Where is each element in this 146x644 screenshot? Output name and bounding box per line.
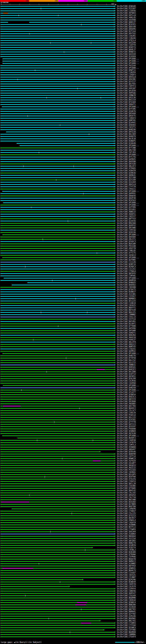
hit-label[interactable]: UniRef100_A2I3W1 (117, 293, 136, 295)
hit-bar[interactable] (2, 436, 115, 436)
hit-bar[interactable] (0, 52, 115, 52)
hit-label[interactable]: UniRef100_A9VIT8 (117, 248, 136, 250)
hit-label[interactable]: UniRef100_C0Z227 (117, 216, 136, 218)
hit-label[interactable]: UniRef100_C6H5Y8 (117, 583, 136, 585)
hit-label[interactable]: UniRef100_Q59S46 (117, 451, 136, 453)
hit-bar[interactable] (0, 273, 115, 274)
hit-label[interactable]: UniRef100_C11126 (117, 261, 136, 263)
hit-label[interactable]: UniRef100_C5E4N5 (117, 485, 136, 487)
hit-label[interactable]: UniRef100_C4JGY9 (117, 586, 136, 588)
hit-label[interactable]: UniRef100_A3F0Z4 (117, 460, 136, 462)
hit-label[interactable]: UniRef100_Q7QU75 (117, 288, 136, 290)
hit-label[interactable]: UniRef100_Q7S2I3 (117, 515, 136, 517)
hit-label[interactable]: UniRef100_UP1000... (117, 144, 139, 147)
hit-label[interactable]: UniRef100_Q24A56 (117, 220, 136, 222)
hit-bar[interactable] (0, 598, 115, 598)
hit-label[interactable]: UniRef100_UP1000... (117, 154, 139, 156)
hit-label[interactable]: UniRef100_Q56J99 (117, 378, 136, 380)
hit-bar[interactable] (0, 308, 115, 308)
hit-label[interactable]: UniRef100_C7Z0R3 (117, 622, 136, 624)
hit-label[interactable]: UniRef100_Q0CTK5 (117, 608, 136, 610)
hit-label[interactable]: UniRef100_Q6UP30 (117, 197, 136, 199)
hit-bar[interactable] (0, 301, 115, 301)
hit-label[interactable]: UniRef100_C8YZT1 (117, 126, 136, 128)
hit-bar[interactable] (0, 424, 115, 425)
hit-bar[interactable] (0, 136, 115, 137)
hit-bar[interactable] (0, 95, 115, 96)
hit-bar[interactable] (0, 100, 115, 100)
hit-label[interactable]: UniRef100_B0NTU5 (117, 346, 136, 348)
hit-label[interactable]: UniRef100_C5Q2U1 (117, 348, 136, 350)
hit-bar[interactable] (0, 141, 115, 142)
hit-label[interactable]: UniRef100_Q0CDB2 (117, 540, 136, 542)
hit-label[interactable]: UniRef100_UP1000... (117, 67, 139, 69)
hit-bar[interactable] (0, 29, 115, 30)
hit-bar[interactable] (2, 234, 115, 235)
hit-label[interactable]: UniRef100_C4YT14 (117, 455, 136, 457)
hit-bar[interactable] (0, 324, 115, 324)
hit-bar[interactable] (0, 170, 115, 171)
hit-bar[interactable] (0, 575, 115, 576)
hit-label[interactable]: UniRef100_B4K0T9 (117, 136, 136, 138)
hit-bar[interactable] (0, 225, 115, 226)
hit-label[interactable]: UniRef100_A1D8K4 (117, 533, 136, 535)
hit-label[interactable]: UniRef100_P53103 (117, 469, 136, 471)
hit-label[interactable]: UniRef100_C5M7L3 (117, 444, 136, 446)
hit-bar[interactable] (0, 216, 115, 217)
hit-label[interactable]: UniRef100_Q6D1V0 (117, 26, 136, 28)
hit-bar[interactable] (0, 182, 115, 182)
hit-label[interactable]: UniRef100_Q84SB4 (117, 236, 136, 238)
hit-bar[interactable] (0, 8, 115, 9)
hit-bar[interactable] (0, 595, 115, 596)
hit-bar[interactable] (0, 593, 115, 594)
hit-label[interactable]: UniRef100_Q4X1K9 (117, 531, 136, 533)
hit-bar[interactable] (2, 58, 115, 59)
hit-label[interactable]: UniRef100_A8Q4H7 (117, 448, 136, 450)
hit-label[interactable]: UniRef100_A7TI75 (117, 252, 136, 254)
hit-bar[interactable] (0, 563, 115, 564)
hit-bar[interactable] (0, 559, 115, 560)
hit-bar[interactable] (0, 632, 115, 632)
hit-label[interactable]: UniRef100_C5YY24 (117, 318, 136, 320)
hit-bar[interactable] (2, 191, 115, 192)
hit-bar[interactable] (0, 342, 115, 342)
hit-label[interactable]: UniRef100_B0Y439 (117, 309, 136, 311)
hit-label[interactable]: UniRef100_A3LWP7 (117, 462, 136, 464)
hit-bar[interactable] (0, 186, 115, 187)
hit-label[interactable]: UniRef100_C9PTF3 (117, 85, 136, 87)
hit-label[interactable]: UniRef100_Q27JQ8 (117, 176, 136, 179)
hit-label[interactable]: UniRef100_C0S5Z1 (117, 574, 136, 576)
hit-label[interactable]: UniRef100_B4LCS2 (117, 359, 136, 362)
hit-label[interactable]: UniRef100_B2BF24 (117, 264, 136, 266)
hit-label[interactable]: UniRef100_C7GWP4 (117, 528, 136, 530)
hit-label[interactable]: UniRef100_A9TWV3 (117, 12, 136, 14)
hit-bar[interactable] (0, 513, 115, 514)
hit-label[interactable]: UniRef100_C1BZP4 (117, 72, 136, 74)
hit-label[interactable]: UniRef100_Q51225 (117, 300, 136, 302)
hit-label[interactable]: UniRef100_Q39836 (117, 172, 136, 174)
hit-label[interactable]: UniRef100_C1H7Y9 (117, 44, 136, 46)
hit-bar[interactable] (0, 536, 115, 537)
hit-bar[interactable] (0, 417, 115, 418)
hit-label[interactable]: UniRef100_B6QRM8 (117, 597, 136, 599)
hit-label[interactable]: UniRef100_C5GLK9 (117, 595, 136, 597)
hit-label[interactable]: UniRef100_B8N1N4 (117, 604, 136, 606)
hit-label[interactable]: UniRef100_Q91BH0 (117, 400, 136, 402)
hit-label[interactable]: UniRef100_C4L710 (117, 496, 136, 498)
hit-label[interactable]: UniRef100_Q6G653 (117, 464, 136, 466)
hit-label[interactable]: UniRef100_B7FSM5 (117, 108, 136, 110)
hit-bar[interactable] (0, 173, 115, 174)
hit-label[interactable]: UniRef100_Q841L8 (117, 184, 136, 186)
hit-label[interactable]: UniRef100_B75P58 (117, 357, 136, 359)
hit-label[interactable]: UniRef100_C5KVJ9 (117, 412, 136, 414)
hit-bar[interactable] (0, 561, 115, 562)
hit-bar[interactable] (0, 127, 115, 128)
hit-bar[interactable] (0, 444, 115, 445)
hit-label[interactable]: UniRef100_C8VQ34 (117, 599, 136, 601)
hit-label[interactable]: UniRef100_B3L122 (117, 416, 136, 418)
hit-label[interactable]: UniRef100_C7EWL6 (117, 270, 136, 272)
hit-label[interactable]: UniRef100_A0AG10 (117, 336, 136, 338)
hit-label[interactable]: UniRef100_Q9WT11 (117, 69, 136, 71)
hit-label[interactable]: UniRef100_UP1000... (117, 389, 139, 391)
hit-bar[interactable] (0, 45, 115, 46)
